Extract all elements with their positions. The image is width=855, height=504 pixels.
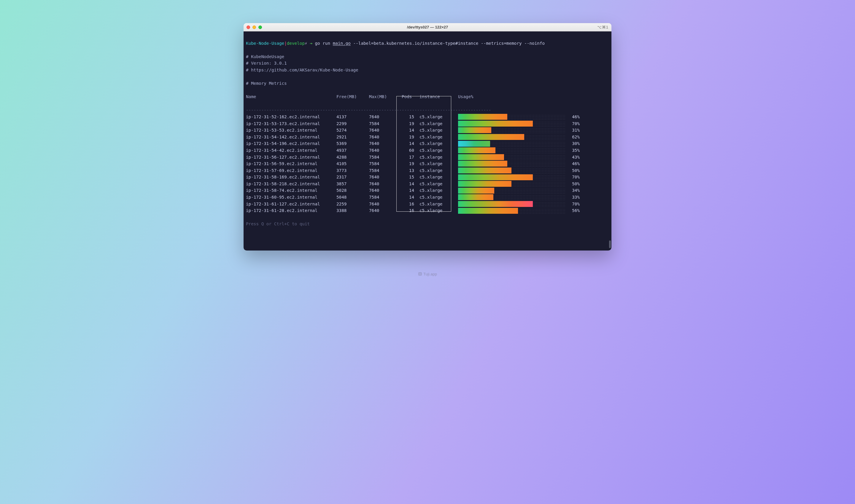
prompt-branch: develop [287, 41, 305, 46]
cell-max: 7640 [369, 127, 402, 134]
cell-free: 3857 [336, 181, 369, 187]
cell-name: ip-172-31-53-173.ec2.internal [246, 120, 336, 127]
cell-free: 4288 [336, 154, 369, 161]
cell-name: ip-172-31-53-53.ec2.internal [246, 127, 336, 134]
cell-instance: c5.xlarge [419, 140, 458, 147]
bar-fill [458, 154, 504, 160]
table-row: ip-172-31-56-59.ec2.internal4105758419c5… [246, 160, 609, 167]
cell-bar [458, 161, 565, 167]
cell-pods: 15 [402, 113, 419, 120]
cell-name: ip-172-31-61-28.ec2.internal [246, 207, 336, 214]
cell-pods: 19 [402, 134, 419, 141]
terminal-window: /dev/ttys027 — 122×27 ⌥⌘1 Kube-Node-Usag… [244, 23, 611, 251]
cell-free: 2299 [336, 120, 369, 127]
repo-line: # https://github.com/AKSarav/Kube-Node-U… [246, 68, 359, 72]
cell-bar [458, 194, 565, 200]
cell-instance: c5.xlarge [419, 181, 458, 187]
cell-bar [458, 147, 565, 153]
cell-pct: 30% [565, 140, 580, 147]
cell-pct: 34% [565, 187, 580, 194]
table-row: ip-172-31-61-28.ec2.internal3388764016c5… [246, 207, 609, 214]
cell-instance: c5.xlarge [419, 127, 458, 134]
cell-pct: 70% [565, 174, 580, 181]
bar-fill [458, 194, 493, 200]
cell-pods: 14 [402, 140, 419, 147]
cell-name: ip-172-31-56-127.ec2.internal [246, 154, 336, 161]
svg-rect-0 [419, 273, 422, 275]
cell-max: 7640 [369, 174, 402, 181]
cell-instance: c5.xlarge [419, 207, 458, 214]
cell-pct: 33% [565, 194, 580, 201]
cell-bar [458, 154, 565, 160]
table-rows: ip-172-31-52-162.ec2.internal4137764015c… [246, 113, 609, 214]
cell-bar [458, 188, 565, 194]
bar-fill [458, 174, 533, 180]
cell-name: ip-172-31-58-74.ec2.internal [246, 187, 336, 194]
window-title: /dev/ttys027 — 122×27 [244, 25, 611, 29]
cell-name: ip-172-31-57-69.ec2.internal [246, 167, 336, 174]
cell-max: 7640 [369, 147, 402, 154]
bar-track [458, 161, 565, 167]
cell-bar [458, 114, 565, 120]
cell-free: 5369 [336, 140, 369, 147]
cmd-args: --label=beta.kubernetes.io/instance-type… [351, 41, 545, 46]
cell-instance: c5.xlarge [419, 167, 458, 174]
bar-fill [458, 181, 511, 187]
cell-free: 2317 [336, 174, 369, 181]
bar-track [458, 208, 565, 214]
table-row: ip-172-31-52-162.ec2.internal4137764015c… [246, 113, 609, 120]
cell-name: ip-172-31-54-196.ec2.internal [246, 140, 336, 147]
cmd-file: main.go [333, 41, 351, 46]
cell-max: 7584 [369, 120, 402, 127]
bar-track [458, 181, 565, 187]
cell-pods: 14 [402, 127, 419, 134]
cell-free: 5274 [336, 127, 369, 134]
cell-pods: 19 [402, 160, 419, 167]
scrollbar-thumb[interactable] [609, 240, 611, 248]
cell-pct: 70% [565, 201, 580, 208]
cell-free: 4137 [336, 113, 369, 120]
bar-track [458, 127, 565, 133]
table-row: ip-172-31-57-69.ec2.internal3773758413c5… [246, 167, 609, 174]
cell-pct: 46% [565, 113, 580, 120]
cell-free: 2259 [336, 201, 369, 208]
cell-bar [458, 208, 565, 214]
bar-fill [458, 114, 507, 120]
cmd-prefix: go run [315, 41, 333, 46]
cell-free: 2921 [336, 134, 369, 141]
col-pods: Pods [402, 93, 419, 100]
cell-pct: 43% [565, 154, 580, 161]
cell-pods: 16 [402, 201, 419, 208]
cell-name: ip-172-31-58-218.ec2.internal [246, 181, 336, 187]
table-row: ip-172-31-54-42.ec2.internal4937764060c5… [246, 147, 609, 154]
table-row: ip-172-31-61-127.ec2.internal2259764016c… [246, 201, 609, 208]
bar-fill [458, 188, 494, 194]
cell-max: 7640 [369, 181, 402, 187]
cell-free: 5048 [336, 194, 369, 201]
bolt-icon: ⚡ [305, 41, 307, 46]
cell-pods: 14 [402, 194, 419, 201]
cell-max: 7640 [369, 113, 402, 120]
cell-free: 4937 [336, 147, 369, 154]
cell-bar [458, 141, 565, 147]
table-row: ip-172-31-54-196.ec2.internal5369764014c… [246, 140, 609, 147]
bar-fill [458, 127, 491, 133]
bar-fill [458, 167, 511, 174]
bar-track [458, 154, 565, 160]
table-row: ip-172-31-60-95.ec2.internal5048758414c5… [246, 194, 609, 201]
section-title: # Memory Metrics [246, 81, 287, 86]
cell-pods: 13 [402, 167, 419, 174]
table-row: ip-172-31-53-173.ec2.internal2299758419c… [246, 120, 609, 127]
bar-fill [458, 141, 490, 147]
cell-max: 7584 [369, 154, 402, 161]
cell-pct: 46% [565, 160, 580, 167]
terminal-body[interactable]: Kube-Node-Usage|develop⚡ ⇒ go run main.g… [244, 32, 611, 251]
bar-track [458, 201, 565, 207]
cell-name: ip-172-31-60-95.ec2.internal [246, 194, 336, 201]
table-row: ip-172-31-56-127.ec2.internal4288758417c… [246, 154, 609, 161]
cell-pct: 35% [565, 147, 580, 154]
cell-bar [458, 181, 565, 187]
bar-track [458, 114, 565, 120]
cell-pods: 15 [402, 174, 419, 181]
cell-free: 3773 [336, 167, 369, 174]
